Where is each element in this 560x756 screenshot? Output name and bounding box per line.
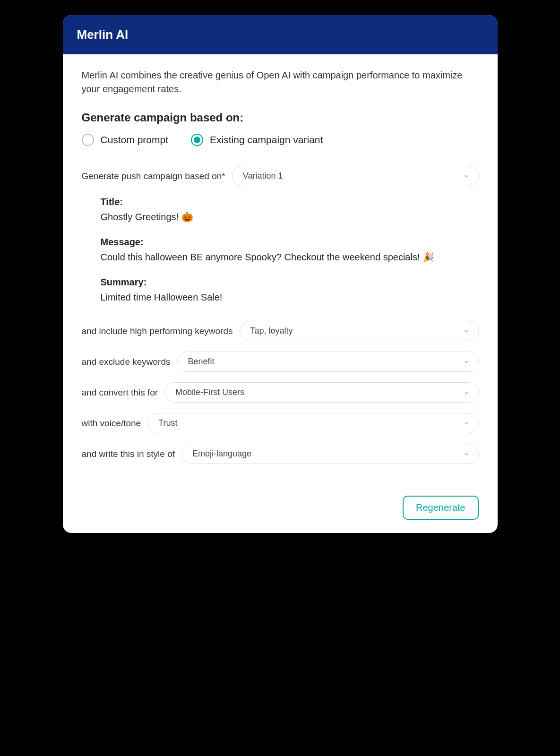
panel-header: Merlin AI — [63, 15, 498, 54]
select-value: Tap, loyalty — [250, 326, 293, 335]
convert-for-row: and convert this for Mobile-First Users — [82, 382, 479, 403]
panel-content: Merlin AI combines the creative genius o… — [63, 54, 498, 484]
based-on-select[interactable]: Variation 1 — [232, 166, 479, 186]
intro-text: Merlin AI combines the creative genius o… — [82, 69, 479, 96]
select-value: Emoji-language — [192, 449, 251, 458]
include-keywords-label: and include high performing keywords — [82, 326, 233, 336]
style-select[interactable]: Emoji-language — [181, 444, 479, 464]
preview-message-label: Message: — [101, 237, 479, 248]
preview-summary-block: Summary: Limited time Halloween Sale! — [101, 277, 479, 304]
include-keywords-row: and include high performing keywords Tap… — [82, 321, 479, 341]
tone-row: with voice/tone Trust — [82, 413, 479, 433]
chevron-down-icon — [463, 420, 470, 427]
chevron-down-icon — [463, 173, 470, 180]
radio-icon-selected — [191, 134, 203, 146]
exclude-keywords-label: and exclude keywords — [82, 357, 171, 367]
exclude-keywords-row: and exclude keywords Benefit — [82, 352, 479, 372]
merlin-ai-panel: Merlin AI Merlin AI combines the creativ… — [63, 15, 498, 533]
include-keywords-select[interactable]: Tap, loyalty — [240, 321, 479, 341]
exclude-keywords-select[interactable]: Benefit — [177, 352, 479, 372]
style-label: and write this in style of — [82, 449, 175, 459]
panel-footer: Regenerate — [63, 484, 498, 533]
radio-custom-prompt[interactable]: Custom prompt — [82, 134, 169, 146]
chevron-down-icon — [463, 359, 470, 365]
chevron-down-icon — [463, 451, 470, 457]
preview-title-value: Ghostly Greetings! 🎃 — [101, 210, 479, 223]
radio-label: Existing campaign variant — [210, 134, 323, 146]
tone-select[interactable]: Trust — [147, 413, 478, 433]
chevron-down-icon — [463, 328, 470, 335]
regenerate-button[interactable]: Regenerate — [403, 496, 479, 520]
variant-preview: Title: Ghostly Greetings! 🎃 Message: Cou… — [82, 197, 479, 304]
section-title: Generate campaign based on: — [82, 111, 479, 124]
radio-icon — [82, 134, 94, 146]
select-value: Variation 1 — [243, 171, 283, 180]
preview-message-value: Could this halloween BE anymore Spooky? … — [101, 250, 479, 264]
chevron-down-icon — [463, 389, 470, 396]
select-value: Benefit — [188, 357, 215, 366]
preview-summary-value: Limited time Halloween Sale! — [101, 291, 479, 304]
style-row: and write this in style of Emoji-languag… — [82, 444, 479, 464]
preview-message-block: Message: Could this halloween BE anymore… — [101, 237, 479, 264]
radio-label: Custom prompt — [101, 134, 169, 146]
convert-for-select[interactable]: Mobile-First Users — [164, 382, 478, 403]
based-on-label: Generate push campaign based on* — [82, 171, 225, 181]
select-value: Mobile-First Users — [175, 387, 244, 397]
tone-label: with voice/tone — [82, 418, 141, 429]
convert-for-label: and convert this for — [82, 387, 158, 398]
preview-title-label: Title: — [101, 197, 479, 207]
preview-summary-label: Summary: — [101, 277, 479, 288]
panel-title: Merlin AI — [77, 27, 129, 42]
select-value: Trust — [158, 418, 177, 428]
based-on-row: Generate push campaign based on* Variati… — [82, 166, 479, 186]
preview-title-block: Title: Ghostly Greetings! 🎃 — [101, 197, 479, 223]
generation-mode-radios: Custom prompt Existing campaign variant — [82, 134, 479, 146]
radio-existing-variant[interactable]: Existing campaign variant — [191, 134, 323, 146]
